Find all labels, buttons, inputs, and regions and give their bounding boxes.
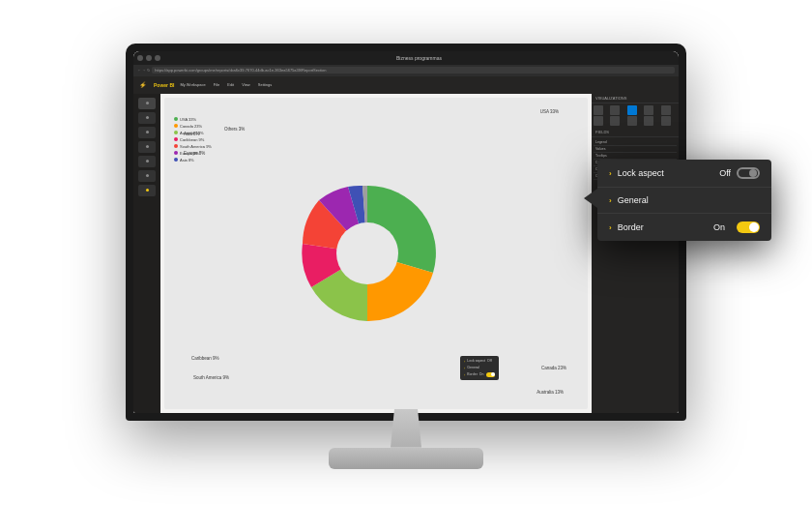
fields-panel-title: FIELDS: [592, 128, 679, 137]
title-bar: Bizness programmas: [133, 51, 679, 65]
lockaspect-value: Off: [719, 168, 731, 178]
viz-icon-9[interactable]: [644, 116, 653, 126]
lockaspect-toggle[interactable]: [737, 167, 760, 179]
sidebar: [133, 94, 160, 413]
ribbon-item[interactable]: My Workspace: [178, 81, 207, 88]
format-row-border[interactable]: › Border On: [597, 214, 771, 241]
chart-legend: USA 33% Canada 23% Australia 13% Caribbe…: [174, 117, 212, 164]
chevron-icon-lockaspect: ›: [609, 169, 612, 178]
ribbon-item-5[interactable]: Settings: [256, 81, 274, 88]
viz-icon-10[interactable]: [661, 116, 671, 126]
label-europe: Europe 8%: [184, 151, 205, 156]
sidebar-icon-home[interactable]: [138, 98, 156, 109]
powerbi-content: USA 33% Canada 23% Australia 13% Caribbe…: [133, 94, 679, 413]
small-format-panel-inner: › Lock aspect Off › General: [460, 356, 499, 380]
field-values[interactable]: Values: [594, 146, 677, 153]
main-area: USA 33% Canada 23% Australia 13% Caribbe…: [160, 94, 592, 413]
viz-icon-8[interactable]: [627, 116, 637, 126]
monitor: Bizness programmas ← → ↻ https://app.pow…: [106, 34, 706, 498]
format-row-general[interactable]: › General: [597, 188, 771, 214]
scene: Bizness programmas ← → ↻ https://app.pow…: [0, 0, 812, 531]
sidebar-icon-myworkspace[interactable]: [138, 185, 156, 196]
lockaspect-label: Lock aspect: [618, 168, 713, 178]
toggle-thumb-off: [749, 169, 757, 177]
donut-chart: [290, 176, 445, 331]
border-value: On: [713, 222, 725, 232]
canvas-area: USA 33% Canada 23% Australia 13% Caribbe…: [164, 98, 588, 409]
powerbi-logo: ⚡: [139, 81, 146, 88]
window-dot-2: [146, 55, 152, 61]
label-caribbean: Caribbean 9%: [191, 356, 219, 361]
window-dot-1: [137, 55, 143, 61]
viz-icon-2[interactable]: [610, 105, 620, 115]
field-legend[interactable]: Legend: [594, 139, 677, 146]
viz-icons-grid: [592, 103, 679, 128]
label-southamerica: South America 9%: [193, 375, 229, 380]
general-label: General: [618, 195, 760, 205]
sidebar-icon-workspace[interactable]: [138, 170, 156, 182]
url-bar[interactable]: https://app.powerbi.com/groups/me/report…: [152, 67, 675, 74]
donut-svg: [290, 176, 445, 331]
viz-icon-5[interactable]: [661, 105, 671, 115]
label-others: Others 3%: [224, 127, 245, 132]
sidebar-icon-apps[interactable]: [138, 141, 156, 153]
viz-panel-title: VISUALIZATIONS: [592, 94, 679, 103]
label-asia: Asia 8%: [184, 132, 200, 136]
border-label: Border: [618, 222, 708, 232]
ribbon-item-2[interactable]: File: [212, 81, 221, 88]
label-canada: Canada 23%: [541, 366, 566, 370]
viz-icon-6[interactable]: [594, 116, 603, 126]
chevron-icon-general: ›: [609, 196, 612, 205]
window-dot-3: [155, 55, 160, 61]
sidebar-icon-shared[interactable]: [138, 156, 156, 167]
panel-connector-triangle: [584, 189, 597, 208]
format-panel-container: › Lock aspect Off › General › Border On: [597, 160, 771, 241]
field-tooltips[interactable]: Tooltips: [594, 153, 677, 160]
toggle-track-off[interactable]: [737, 167, 760, 179]
sidebar-icon-favorites[interactable]: [138, 112, 156, 124]
monitor-base: [329, 448, 483, 469]
viz-icon-donut[interactable]: [627, 105, 637, 115]
toggle-thumb-on: [749, 222, 759, 232]
format-row-lockaspect[interactable]: › Lock aspect Off: [597, 160, 771, 188]
donut-hole: [336, 222, 398, 284]
label-australia: Australia 13%: [536, 390, 564, 395]
sidebar-icon-recent[interactable]: [138, 127, 156, 138]
ribbon-item-3[interactable]: Edit: [225, 81, 236, 88]
ribbon-item-4[interactable]: View: [240, 81, 252, 88]
viz-icon-7[interactable]: [610, 116, 620, 126]
label-usa: USA 33%: [540, 109, 559, 114]
powerbi-ribbon: ⚡ Power BI My Workspace File Edit View S…: [133, 76, 679, 94]
chevron-icon-border: ›: [609, 223, 612, 232]
viz-icon-1[interactable]: [594, 105, 603, 115]
viz-icon-4[interactable]: [644, 105, 653, 115]
address-bar: ← → ↻ https://app.powerbi.com/groups/me/…: [133, 65, 679, 76]
format-panel: › Lock aspect Off › General › Border On: [597, 160, 771, 241]
right-panel: VISUALIZATIONS: [592, 94, 679, 413]
border-toggle[interactable]: [737, 221, 760, 233]
browser-tab-title: Bizness programmas: [163, 55, 675, 61]
